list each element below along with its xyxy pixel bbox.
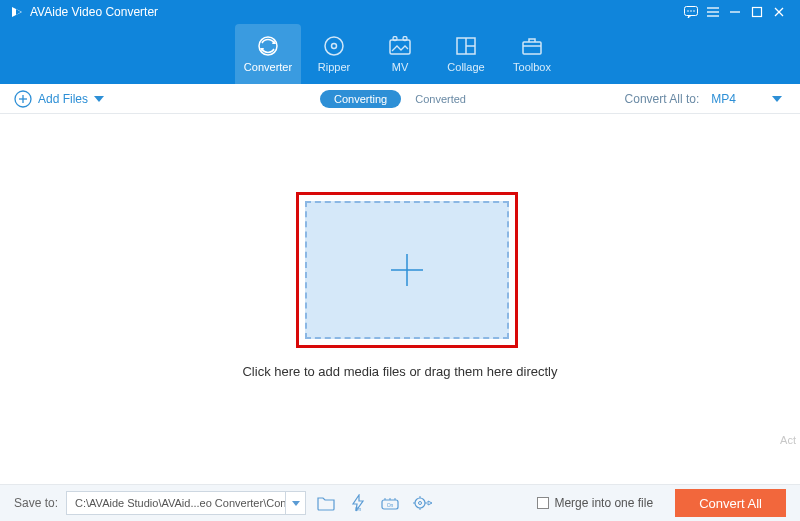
open-folder-button[interactable]	[314, 491, 338, 515]
add-files-label: Add Files	[38, 92, 88, 106]
svg-rect-18	[390, 40, 410, 54]
tab-toolbox[interactable]: Toolbox	[499, 24, 565, 84]
titlebar: AVAide Video Converter	[0, 0, 800, 24]
tab-label: MV	[392, 61, 409, 73]
chevron-down-icon	[94, 96, 104, 102]
svg-point-19	[393, 37, 397, 41]
svg-marker-1	[16, 9, 21, 15]
tab-ripper[interactable]: Ripper	[301, 24, 367, 84]
save-path-dropdown[interactable]	[285, 492, 305, 514]
chevron-down-icon	[292, 501, 300, 506]
svg-point-3	[687, 10, 689, 12]
svg-rect-10	[753, 8, 762, 17]
svg-point-5	[693, 10, 695, 12]
svg-point-40	[415, 498, 425, 508]
tab-converting[interactable]: Converting	[320, 90, 401, 108]
tab-label: Ripper	[318, 61, 350, 73]
svg-marker-46	[428, 501, 432, 505]
svg-rect-24	[523, 42, 541, 54]
add-files-button[interactable]: Add Files	[14, 90, 104, 108]
svg-point-20	[403, 37, 407, 41]
checkbox-icon	[537, 497, 549, 509]
tab-converter[interactable]: Converter	[235, 24, 301, 84]
svg-marker-30	[772, 96, 782, 102]
close-icon[interactable]	[768, 1, 790, 23]
settings-button[interactable]	[410, 491, 434, 515]
save-to-label: Save to:	[14, 496, 58, 510]
save-path-text: C:\AVAide Studio\AVAid...eo Converter\Co…	[67, 497, 285, 509]
minimize-icon[interactable]	[724, 1, 746, 23]
status-tabs: Converting Converted	[320, 90, 480, 108]
converter-icon	[255, 35, 281, 57]
subbar: Add Files Converting Converted Convert A…	[0, 84, 800, 114]
convert-all-to-label: Convert All to:	[625, 92, 700, 106]
plus-circle-icon	[14, 90, 32, 108]
svg-point-17	[332, 44, 337, 49]
app-title: AVAide Video Converter	[30, 5, 158, 19]
tab-mv[interactable]: MV	[367, 24, 433, 84]
chevron-down-icon	[772, 96, 782, 102]
save-path-field[interactable]: C:\AVAide Studio\AVAid...eo Converter\Co…	[66, 491, 306, 515]
format-value: MP4	[711, 92, 736, 106]
tab-label: Collage	[447, 61, 484, 73]
format-select[interactable]: MP4	[707, 90, 786, 108]
svg-text:On: On	[387, 502, 394, 508]
svg-marker-33	[292, 501, 300, 506]
tab-collage[interactable]: Collage	[433, 24, 499, 84]
feedback-icon[interactable]	[680, 1, 702, 23]
tab-label: Converter	[244, 61, 292, 73]
app-logo-icon	[10, 5, 24, 19]
merge-checkbox[interactable]: Merge into one file	[537, 496, 653, 510]
svg-point-4	[690, 10, 692, 12]
maximize-icon[interactable]	[746, 1, 768, 23]
high-speed-button[interactable]: On	[378, 491, 402, 515]
menu-icon[interactable]	[702, 1, 724, 23]
merge-label: Merge into one file	[554, 496, 653, 510]
plus-icon	[387, 250, 427, 290]
ripper-icon	[323, 35, 345, 57]
convert-all-button[interactable]: Convert All	[675, 489, 786, 517]
main-content: Click here to add media files or drag th…	[0, 114, 800, 484]
dropzone[interactable]	[305, 201, 509, 339]
mv-icon	[388, 35, 412, 57]
convert-all-to: Convert All to: MP4	[625, 90, 786, 108]
statusbar: Save to: C:\AVAide Studio\AVAid...eo Con…	[0, 484, 800, 521]
tab-converted[interactable]: Converted	[401, 90, 480, 108]
watermark-text: Act	[780, 434, 796, 446]
dropzone-hint: Click here to add media files or drag th…	[0, 364, 800, 379]
svg-point-16	[325, 37, 343, 55]
main-nav: Converter Ripper MV Collage Toolbox	[0, 24, 800, 84]
toolbox-icon	[521, 35, 543, 57]
collage-icon	[455, 35, 477, 57]
svg-marker-29	[94, 96, 104, 102]
dropzone-highlight	[296, 192, 518, 348]
svg-point-41	[419, 502, 422, 505]
svg-text:On: On	[355, 506, 362, 512]
tab-label: Toolbox	[513, 61, 551, 73]
hardware-accel-button[interactable]: On	[346, 491, 370, 515]
